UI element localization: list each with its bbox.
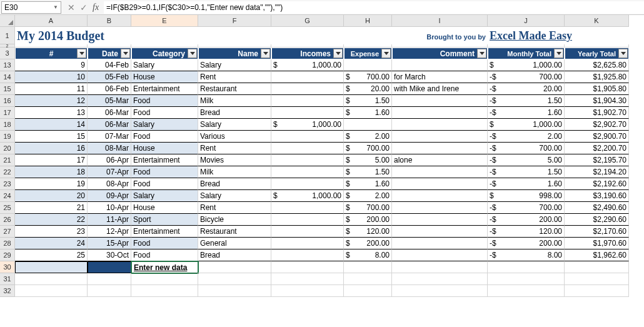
cell[interactable] <box>392 261 488 273</box>
cell-num[interactable]: 17 <box>15 154 88 166</box>
cell[interactable] <box>565 273 629 285</box>
cell-expense[interactable]: $1.60 <box>344 107 392 119</box>
cell-incomes[interactable] <box>271 178 344 190</box>
cell-category[interactable]: House <box>131 71 198 83</box>
cell-comment[interactable]: alone <box>392 154 488 166</box>
cell-incomes[interactable] <box>271 83 344 95</box>
cell-num[interactable]: 19 <box>15 178 88 190</box>
cell-monthly[interactable]: -$1.60 <box>488 107 565 119</box>
cell-comment[interactable]: for March <box>392 71 488 83</box>
cell[interactable] <box>488 273 565 285</box>
cell-yearly[interactable]: $1,970.60 <box>565 238 629 249</box>
cell-name[interactable]: Salary <box>198 190 271 202</box>
cell[interactable] <box>131 273 198 285</box>
cell-monthly[interactable]: -$20.00 <box>488 83 565 95</box>
cell[interactable] <box>565 285 629 297</box>
cell[interactable] <box>15 273 88 285</box>
cell-num[interactable]: 12 <box>15 95 88 107</box>
cell-date[interactable]: 05-Mar <box>88 95 131 107</box>
cell-incomes[interactable]: $1,000.00 <box>271 59 344 71</box>
cell-name[interactable]: Rent <box>198 71 271 83</box>
cell-date[interactable]: 08-Apr <box>88 178 131 190</box>
cell-category[interactable]: Food <box>131 107 198 119</box>
cell-expense[interactable]: $5.00 <box>344 154 392 166</box>
cell-yearly[interactable]: $1,902.70 <box>565 107 629 119</box>
cell[interactable] <box>198 261 271 273</box>
cell-date[interactable]: 12-Apr <box>88 226 131 238</box>
cell-expense[interactable]: $2.00 <box>344 190 392 202</box>
cell-monthly[interactable]: -$200.00 <box>488 238 565 249</box>
cell[interactable] <box>271 261 344 273</box>
filter-icon[interactable] <box>333 49 343 58</box>
cell-category[interactable]: Food <box>131 95 198 107</box>
cell-category[interactable]: Food <box>131 249 198 261</box>
cell-category[interactable]: Entertainment <box>131 226 198 238</box>
cell-date[interactable]: 10-Apr <box>88 202 131 214</box>
cell-incomes[interactable] <box>271 154 344 166</box>
cell-yearly[interactable]: $1,925.80 <box>565 71 629 83</box>
cell-date[interactable]: 06-Apr <box>88 154 131 166</box>
row-header-20[interactable]: 20 <box>0 143 15 154</box>
cell-date[interactable]: 05-Feb <box>88 71 131 83</box>
entry-prompt-cell[interactable]: Enter new data <box>131 261 198 273</box>
cell-comment[interactable] <box>392 131 488 143</box>
row-header-28[interactable]: 28 <box>0 238 15 249</box>
row-header-14[interactable]: 14 <box>0 71 15 83</box>
cell-expense[interactable]: $1.50 <box>344 95 392 107</box>
cell[interactable] <box>88 285 131 297</box>
row-header-13[interactable]: 13 <box>0 59 15 71</box>
cell-incomes[interactable] <box>271 107 344 119</box>
cell-incomes[interactable]: $1,000.00 <box>271 190 344 202</box>
cell-name[interactable]: Salary <box>198 59 271 71</box>
col-header-monthly[interactable]: Monthly Total <box>488 48 565 59</box>
col-header-name[interactable]: Name <box>198 48 271 59</box>
cell-num[interactable]: 22 <box>15 214 88 226</box>
name-box[interactable]: E30 ▼ <box>1 1 61 14</box>
cell[interactable] <box>198 285 271 297</box>
cell-incomes[interactable] <box>271 249 344 261</box>
col-header-B[interactable]: B <box>88 15 131 27</box>
cell-yearly[interactable]: $1,904.30 <box>565 95 629 107</box>
cell-category[interactable]: Entertainment <box>131 83 198 95</box>
col-header-incomes[interactable]: Incomes <box>271 48 344 59</box>
cell-yearly[interactable]: $2,290.60 <box>565 214 629 226</box>
cell-incomes[interactable] <box>271 214 344 226</box>
row-header-21[interactable]: 21 <box>0 154 15 166</box>
cell-comment[interactable] <box>392 59 488 71</box>
cell-yearly[interactable]: $1,905.80 <box>565 83 629 95</box>
cell-yearly[interactable]: $1,962.60 <box>565 249 629 261</box>
cell-yearly[interactable]: $2,490.60 <box>565 202 629 214</box>
select-all-corner[interactable] <box>0 15 15 27</box>
cell-monthly[interactable]: $1,000.00 <box>488 119 565 131</box>
formula-input[interactable] <box>104 1 644 14</box>
col-header-yearly[interactable]: Yearly Total <box>565 48 629 59</box>
cell-expense[interactable]: $200.00 <box>344 214 392 226</box>
col-header-num[interactable]: # <box>15 48 88 59</box>
cell-comment[interactable] <box>392 119 488 131</box>
cell-name[interactable]: Movies <box>198 154 271 166</box>
col-header-comment[interactable]: Comment <box>392 48 488 59</box>
cell-date[interactable]: 09-Apr <box>88 190 131 202</box>
cell-date[interactable]: 15-Apr <box>88 238 131 249</box>
cell-monthly[interactable]: -$1.50 <box>488 95 565 107</box>
cell-name[interactable]: Rent <box>198 143 271 154</box>
cell-name[interactable]: Restaurant <box>198 83 271 95</box>
row-header-23[interactable]: 23 <box>0 178 15 190</box>
cell-monthly[interactable]: -$1.50 <box>488 166 565 178</box>
cell-comment[interactable] <box>392 214 488 226</box>
cell-comment[interactable] <box>392 190 488 202</box>
cell-monthly[interactable]: -$700.00 <box>488 71 565 83</box>
cell-expense[interactable]: $700.00 <box>344 143 392 154</box>
col-header-I[interactable]: I <box>392 15 488 27</box>
cell[interactable] <box>271 273 344 285</box>
cell-date[interactable]: 07-Mar <box>88 131 131 143</box>
row-header-27[interactable]: 27 <box>0 226 15 238</box>
filter-icon[interactable] <box>554 49 563 58</box>
cell-monthly[interactable]: -$700.00 <box>488 143 565 154</box>
cell-incomes[interactable] <box>271 71 344 83</box>
cell-num[interactable]: 15 <box>15 131 88 143</box>
cell-yearly[interactable]: $2,900.70 <box>565 131 629 143</box>
cell[interactable] <box>392 273 488 285</box>
cell-category[interactable]: Food <box>131 166 198 178</box>
cell-incomes[interactable] <box>271 238 344 249</box>
